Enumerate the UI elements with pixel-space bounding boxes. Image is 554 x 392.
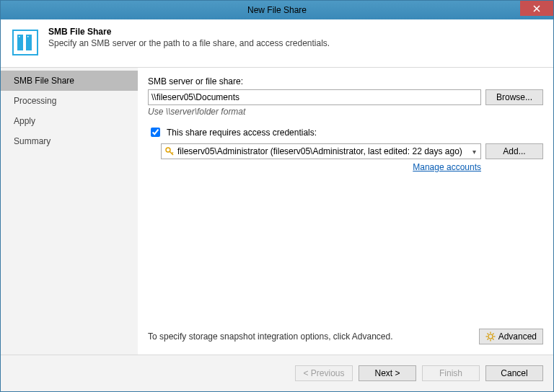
sidebar-item-processing[interactable]: Processing [1, 91, 138, 111]
svg-rect-5 [19, 36, 20, 37]
sidebar-item-apply[interactable]: Apply [1, 111, 138, 131]
window-title: New File Share [247, 5, 307, 15]
path-label: SMB server or file share: [148, 76, 543, 86]
close-button[interactable] [520, 1, 553, 16]
svg-line-16 [492, 339, 493, 340]
next-button[interactable]: Next > [359, 365, 416, 381]
path-input[interactable] [148, 89, 481, 105]
add-credentials-button[interactable]: Add... [485, 143, 543, 159]
browse-button[interactable]: Browse... [485, 89, 543, 105]
sidebar-item-smb-file-share[interactable]: SMB File Share [1, 71, 138, 91]
credentials-checkbox[interactable] [151, 128, 160, 137]
credentials-checkbox-label: This share requires access credentials: [167, 128, 317, 138]
svg-rect-3 [17, 35, 23, 50]
svg-line-9 [172, 153, 173, 154]
close-icon [533, 5, 540, 12]
advanced-hint: To specify storage snapshot integration … [148, 331, 393, 342]
svg-rect-6 [27, 36, 29, 37]
svg-rect-2 [13, 30, 38, 55]
wizard-header: SMB File Share Specify an SMB server or … [1, 19, 553, 68]
svg-line-18 [487, 339, 488, 340]
sidebar-item-label: SMB File Share [14, 76, 74, 86]
gear-icon [485, 331, 496, 342]
credentials-selected: fileserv05\Administrator (fileserv05\Adm… [177, 146, 466, 156]
wizard-content: SMB server or file share: Browse... Use … [138, 68, 553, 355]
header-title: SMB File Share [48, 27, 330, 37]
finish-button: Finish [422, 365, 480, 381]
header-subtitle: Specify an SMB server or the path to a f… [48, 38, 330, 48]
wizard-steps-sidebar: SMB File Share Processing Apply Summary [1, 68, 138, 355]
svg-line-17 [492, 334, 493, 335]
chevron-down-icon: ▾ [469, 148, 479, 156]
cancel-button[interactable]: Cancel [485, 365, 543, 381]
sidebar-item-summary[interactable]: Summary [1, 131, 138, 151]
path-hint: Use \\server\folder format [148, 107, 543, 117]
svg-rect-4 [26, 35, 32, 50]
manage-accounts-link[interactable]: Manage accounts [413, 162, 481, 172]
wizard-footer: < Previous Next > Finish Cancel [1, 355, 553, 391]
advanced-button[interactable]: Advanced [479, 329, 543, 344]
titlebar: New File Share [1, 1, 553, 19]
smb-share-icon [11, 28, 40, 57]
sidebar-item-label: Apply [14, 116, 35, 126]
wizard-window: New File Share SMB File Share Specify an… [0, 0, 554, 392]
sidebar-item-label: Processing [14, 96, 56, 106]
advanced-button-label: Advanced [498, 331, 537, 342]
svg-line-15 [487, 334, 488, 335]
key-icon [164, 146, 175, 156]
credentials-dropdown[interactable]: fileserv05\Administrator (fileserv05\Adm… [161, 143, 481, 159]
previous-button: < Previous [295, 365, 353, 381]
svg-point-10 [488, 334, 493, 339]
sidebar-item-label: Summary [14, 136, 50, 146]
